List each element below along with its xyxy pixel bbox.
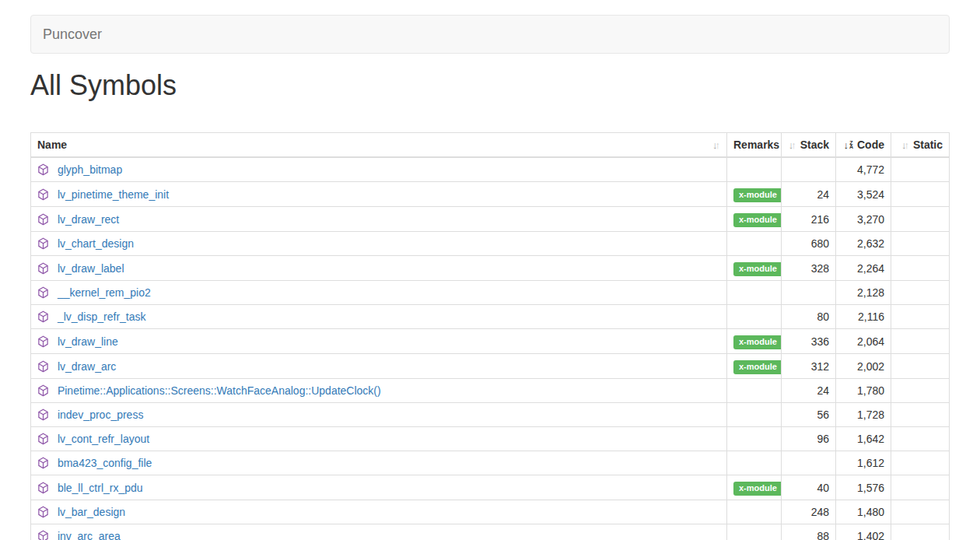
cube-icon: [37, 213, 49, 226]
cube-icon: [37, 360, 49, 373]
name-cell: glyph_bitmap: [31, 157, 727, 182]
name-cell: lv_draw_label: [31, 256, 727, 281]
stack-value: 80: [782, 305, 836, 329]
x-module-badge: x-module: [733, 335, 782, 349]
remarks-cell: [727, 500, 782, 524]
symbol-link[interactable]: lv_chart_design: [58, 237, 134, 250]
stack-value: [782, 281, 836, 305]
stack-value: 56: [782, 403, 836, 427]
name-cell: lv_cont_refr_layout: [31, 427, 727, 451]
symbol-link[interactable]: lv_draw_rect: [58, 213, 119, 226]
page-title: All Symbols: [30, 70, 950, 101]
column-label-code: Code: [857, 137, 884, 153]
table-row: glyph_bitmap 4,772: [31, 157, 950, 182]
x-module-badge: x-module: [733, 213, 782, 227]
symbol-link[interactable]: lv_pinetime_theme_init: [58, 188, 169, 201]
static-value: [891, 281, 950, 305]
name-cell: bma423_config_file: [31, 451, 727, 475]
cube-icon: [37, 384, 49, 397]
column-header-remarks[interactable]: Remarks: [727, 133, 782, 158]
column-header-name[interactable]: Name ↓↑: [31, 133, 727, 158]
code-value: 4,772: [836, 157, 891, 182]
navbar-brand[interactable]: Puncover: [31, 16, 114, 53]
symbol-link[interactable]: Pinetime::Applications::Screens::WatchFa…: [58, 384, 381, 397]
static-value: [891, 157, 950, 182]
name-cell: lv_draw_line: [31, 329, 727, 354]
remarks-cell: x-module: [727, 207, 782, 232]
code-value: 3,524: [836, 182, 891, 207]
code-value: 2,264: [836, 256, 891, 281]
static-value: [891, 329, 950, 354]
name-cell: inv_arc_area: [31, 524, 727, 540]
column-header-code[interactable]: ↓ZA Code: [836, 133, 891, 158]
symbol-link[interactable]: bma423_config_file: [58, 457, 152, 469]
static-value: [891, 207, 950, 232]
remarks-cell: x-module: [727, 256, 782, 281]
symbol-link[interactable]: lv_cont_refr_layout: [58, 433, 149, 445]
symbol-link[interactable]: lv_draw_label: [58, 262, 124, 275]
remarks-cell: [727, 305, 782, 329]
remarks-cell: x-module: [727, 354, 782, 379]
sort-icon-static: ↓↑: [901, 140, 909, 150]
x-module-badge: x-module: [733, 262, 782, 276]
table-row: inv_arc_area 88 1,402: [31, 524, 950, 540]
name-cell: lv_chart_design: [31, 232, 727, 256]
symbol-link[interactable]: indev_proc_press: [58, 409, 144, 421]
symbol-link[interactable]: lv_bar_design: [58, 506, 125, 518]
column-label-stack: Stack: [800, 137, 829, 153]
column-header-static[interactable]: ↓↑ Static: [891, 133, 950, 158]
cube-icon: [37, 237, 49, 250]
code-value: 2,128: [836, 281, 891, 305]
table-row: lv_bar_design 248 1,480: [31, 500, 950, 524]
name-cell: ble_ll_ctrl_rx_pdu: [31, 475, 727, 500]
sort-icon-stack: ↓↑: [789, 140, 796, 150]
static-value: [891, 354, 950, 379]
code-value: 1,576: [836, 475, 891, 500]
stack-value: [782, 157, 836, 182]
name-cell: _lv_disp_refr_task: [31, 305, 727, 329]
page-container: Puncover All Symbols Name ↓↑ Remarks: [30, 15, 950, 540]
cube-icon: [37, 530, 49, 540]
cube-icon: [37, 262, 49, 275]
cube-icon: [37, 433, 49, 445]
table-row: lv_chart_design 680 2,632: [31, 232, 950, 256]
column-header-stack[interactable]: ↓↑ Stack: [782, 133, 836, 158]
remarks-cell: x-module: [727, 182, 782, 207]
code-value: 2,632: [836, 232, 891, 256]
stack-value: 96: [782, 427, 836, 451]
static-value: [891, 403, 950, 427]
static-value: [891, 379, 950, 403]
symbol-link[interactable]: glyph_bitmap: [58, 163, 122, 176]
stack-value: 216: [782, 207, 836, 232]
code-value: 3,270: [836, 207, 891, 232]
cube-icon: [37, 163, 49, 176]
cube-icon: [37, 457, 49, 469]
static-value: [891, 524, 950, 540]
table-row: lv_draw_arc x-module 312 2,002: [31, 354, 950, 379]
static-value: [891, 500, 950, 524]
stack-value: 24: [782, 182, 836, 207]
symbol-link[interactable]: ble_ll_ctrl_rx_pdu: [58, 482, 143, 494]
symbol-link[interactable]: __kernel_rem_pio2: [58, 286, 151, 299]
symbol-link[interactable]: lv_draw_arc: [58, 360, 116, 373]
symbol-link[interactable]: lv_draw_line: [58, 335, 118, 348]
symbol-link[interactable]: inv_arc_area: [58, 530, 121, 540]
stack-value: 336: [782, 329, 836, 354]
remarks-cell: [727, 232, 782, 256]
x-module-badge: x-module: [733, 360, 782, 374]
static-value: [891, 427, 950, 451]
cube-icon: [37, 188, 49, 201]
symbol-link[interactable]: _lv_disp_refr_task: [58, 310, 146, 323]
code-value: 1,642: [836, 427, 891, 451]
stack-value: [782, 451, 836, 475]
cube-icon: [37, 310, 49, 323]
column-label-remarks: Remarks: [733, 139, 779, 151]
static-value: [891, 305, 950, 329]
remarks-cell: [727, 427, 782, 451]
static-value: [891, 182, 950, 207]
code-value: 1,728: [836, 403, 891, 427]
remarks-cell: [727, 157, 782, 182]
cube-icon: [37, 482, 49, 494]
x-module-badge: x-module: [733, 482, 782, 496]
table-row: __kernel_rem_pio2 2,128: [31, 281, 950, 305]
